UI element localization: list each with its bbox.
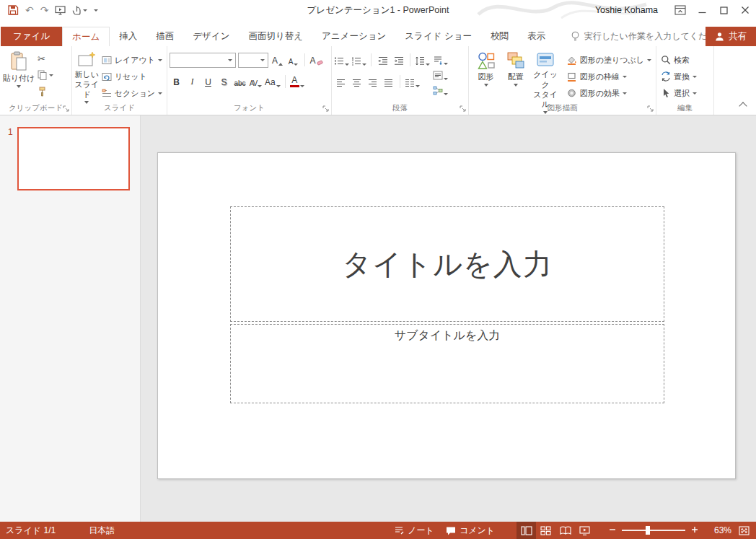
bullets-button[interactable]	[334, 53, 349, 67]
align-text-button[interactable]	[433, 67, 448, 82]
copy-button[interactable]	[35, 67, 56, 83]
reset-button[interactable]: リセット	[100, 69, 164, 84]
touch-mouse-mode-button[interactable]	[72, 5, 87, 15]
align-left-icon	[336, 79, 346, 87]
clear-formatting-button[interactable]: A	[309, 53, 323, 67]
shape-fill-button[interactable]: 図形の塗りつぶし	[564, 52, 654, 68]
normal-view-button[interactable]	[517, 522, 536, 539]
share-button[interactable]: 共有	[706, 27, 756, 46]
find-button[interactable]: 検索	[659, 52, 699, 68]
character-spacing-button[interactable]: AV	[249, 74, 263, 89]
tab-animations[interactable]: アニメーション	[312, 27, 395, 46]
arrange-button[interactable]: 配置	[501, 49, 530, 87]
separator	[285, 75, 286, 88]
tab-file[interactable]: ファイル	[1, 27, 62, 46]
paste-icon	[10, 51, 27, 71]
redo-button[interactable]: ↷	[40, 5, 49, 15]
font-size-select[interactable]	[238, 53, 268, 68]
zoom-slider-thumb[interactable]	[646, 526, 650, 535]
font-name-select[interactable]	[170, 53, 236, 68]
dropdown-arrow-icon	[300, 85, 304, 87]
customize-qat-button[interactable]	[94, 9, 98, 12]
tab-transitions[interactable]: 画面切り替え	[239, 27, 312, 46]
shape-outline-icon	[566, 71, 577, 82]
maximize-button[interactable]	[713, 0, 734, 20]
strikethrough-button[interactable]: abc	[233, 74, 247, 89]
shrink-font-button[interactable]: A	[286, 53, 300, 67]
shapes-button[interactable]: 図形	[471, 49, 501, 87]
drawing-group-label: 図形描画	[469, 103, 656, 113]
bold-button[interactable]: B	[170, 74, 183, 89]
save-button[interactable]	[7, 4, 19, 16]
cut-button[interactable]: ✂	[35, 51, 56, 66]
tab-slideshow[interactable]: スライド ショー	[395, 27, 481, 46]
align-left-button[interactable]	[334, 74, 348, 89]
paragraph-dialog-launcher[interactable]	[460, 105, 467, 113]
undo-button[interactable]: ↶	[25, 5, 34, 15]
clipboard-dialog-launcher[interactable]	[63, 105, 70, 113]
align-right-icon	[368, 79, 377, 87]
increase-indent-button[interactable]	[392, 53, 405, 67]
font-dialog-launcher[interactable]	[322, 105, 330, 113]
reading-view-button[interactable]	[555, 522, 575, 539]
text-direction-button[interactable]	[433, 52, 448, 66]
layout-button[interactable]: レイアウト	[100, 52, 164, 68]
font-color-button[interactable]: A	[290, 74, 304, 89]
replace-button[interactable]: 置換	[659, 69, 699, 84]
zoom-level[interactable]: 63%	[703, 525, 731, 535]
slide-counter[interactable]: スライド 1/1	[0, 525, 61, 537]
format-painter-button[interactable]	[35, 84, 56, 100]
slide-editor-canvas[interactable]: タイトルを入力 サブタイトルを入力	[141, 115, 756, 522]
language-indicator[interactable]: 日本語	[83, 525, 120, 537]
fit-slide-to-window-button[interactable]	[731, 522, 756, 539]
align-right-button[interactable]	[366, 74, 379, 89]
start-from-beginning-button[interactable]	[55, 6, 66, 15]
tab-design[interactable]: デザイン	[183, 27, 239, 46]
tab-insert[interactable]: 挿入	[110, 27, 146, 46]
section-button[interactable]: セクション	[100, 85, 164, 101]
tab-view[interactable]: 表示	[518, 27, 555, 46]
zoom-slider[interactable]	[622, 530, 685, 531]
notes-button[interactable]: ノート	[388, 522, 440, 539]
drawing-dialog-launcher[interactable]	[647, 105, 654, 113]
new-slide-button[interactable]: 新しい スライド	[74, 49, 100, 104]
grow-font-button[interactable]: A	[271, 53, 284, 67]
subtitle-placeholder[interactable]: サブタイトルを入力	[230, 324, 664, 403]
reset-icon	[102, 72, 112, 82]
minimize-button[interactable]	[691, 0, 713, 20]
zoom-in-button[interactable]	[691, 525, 698, 535]
justify-button[interactable]	[382, 74, 395, 89]
columns-button[interactable]	[405, 74, 420, 89]
convert-to-smartart-button[interactable]	[433, 82, 448, 97]
tab-draw[interactable]: 描画	[146, 27, 183, 46]
line-spacing-button[interactable]	[415, 53, 430, 67]
collapse-ribbon-button[interactable]	[739, 102, 747, 110]
tab-home[interactable]: ホーム	[62, 27, 110, 46]
text-shadow-button[interactable]: S	[217, 74, 231, 89]
tell-me-box[interactable]: 実行したい作業を入力してください	[571, 27, 725, 46]
italic-button[interactable]: I	[185, 74, 199, 89]
zoom-out-button[interactable]	[609, 525, 616, 535]
slide-sorter-view-button[interactable]	[536, 522, 555, 539]
close-button[interactable]	[734, 0, 756, 20]
signed-in-user[interactable]: Yoshie Kohama	[595, 5, 658, 15]
select-button[interactable]: 選択	[659, 85, 699, 101]
align-center-button[interactable]	[350, 74, 364, 89]
numbering-button[interactable]	[351, 53, 366, 67]
slide[interactable]: タイトルを入力 サブタイトルを入力	[157, 152, 736, 479]
change-case-button[interactable]: Aa	[265, 74, 281, 89]
ribbon-display-options-button[interactable]	[669, 0, 691, 20]
paste-button[interactable]: 貼り付け	[2, 49, 35, 88]
decrease-indent-icon	[378, 56, 388, 66]
comments-button[interactable]: コメント	[440, 522, 501, 539]
shape-outline-button[interactable]: 図形の枠線	[564, 69, 654, 84]
decrease-indent-button[interactable]	[376, 53, 390, 67]
slide-show-view-button[interactable]	[575, 522, 594, 539]
underline-button[interactable]: U	[201, 74, 215, 89]
smartart-icon	[433, 86, 443, 95]
slide-thumbnail[interactable]	[17, 127, 130, 190]
tab-review[interactable]: 校閲	[481, 27, 518, 46]
shape-effects-button[interactable]: 図形の効果	[564, 85, 654, 101]
title-placeholder[interactable]: タイトルを入力	[230, 206, 664, 322]
replace-label: 置換	[674, 71, 690, 82]
